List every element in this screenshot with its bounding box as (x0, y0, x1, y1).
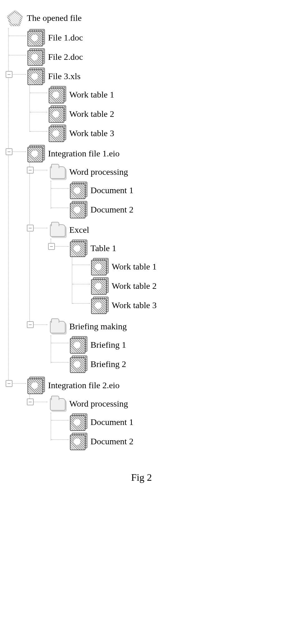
tree-children: Document 1Document 2 (51, 181, 277, 219)
box-icon (27, 377, 45, 394)
tree-node: Briefing 1 (70, 335, 277, 355)
tree-item-label: Document 2 (90, 205, 134, 215)
tree-item[interactable]: Work table 1 (91, 258, 277, 275)
tree-node: −Word processingDocument 1Document 2 (49, 162, 277, 220)
box-icon (27, 29, 45, 46)
root-children: File 1.docFile 2.doc−File 3.xlsWork tabl… (8, 28, 277, 453)
tree-children: Work table 1Work table 2Work table 3 (29, 85, 277, 143)
tree-connector (51, 362, 69, 363)
tree-connector (9, 55, 26, 55)
box-icon (70, 336, 87, 354)
box-icon (91, 277, 109, 295)
box-icon (70, 355, 87, 373)
tree-node: Work table 1 (91, 257, 277, 276)
tree-item[interactable]: Briefing making (49, 318, 277, 335)
tree-item-label: Table 1 (90, 243, 116, 253)
tree-item[interactable]: Work table 3 (91, 297, 277, 314)
tree-item[interactable]: Work table 3 (49, 125, 277, 142)
tree-item[interactable]: Briefing 2 (70, 355, 277, 373)
box-icon (27, 145, 45, 162)
tree-item[interactable]: Document 2 (70, 201, 277, 218)
tree-node: Work table 2 (91, 276, 277, 296)
tree-item[interactable]: Table 1 (70, 240, 277, 257)
expander-button[interactable]: − (27, 321, 34, 328)
tree-item-label: Excel (69, 225, 89, 235)
tree-connector (51, 420, 69, 421)
expander-button[interactable]: − (48, 243, 55, 250)
tree-item[interactable]: Word processing (49, 395, 277, 413)
expander-button[interactable]: − (27, 167, 34, 174)
tree-item-label: Briefing making (69, 322, 127, 332)
box-icon (91, 297, 109, 314)
box-icon (27, 68, 45, 85)
tree-item[interactable]: Word processing (49, 163, 277, 181)
tree-item[interactable]: Integration file 2.eio (27, 377, 277, 394)
tree-node: Work table 3 (49, 124, 277, 143)
tree-node: Document 2 (70, 432, 277, 451)
tree-node: −Table 1Work table 1Work table 2Work tab… (70, 239, 277, 316)
tree-item[interactable]: File 1.doc (27, 29, 277, 46)
expander-button[interactable]: − (27, 398, 34, 405)
tree-item[interactable]: Document 1 (70, 413, 277, 431)
tree-item-label: Work table 1 (69, 90, 114, 100)
tree-item-label: Work table 2 (112, 281, 157, 291)
tree-item-label: Briefing 1 (90, 340, 126, 350)
tree-item-label: Word processing (69, 399, 128, 409)
tree-connector (51, 439, 69, 440)
tree-node: Work table 2 (49, 104, 277, 124)
box-icon (91, 258, 109, 275)
box-icon (27, 48, 45, 66)
tree-children: −Table 1Work table 1Work table 2Work tab… (51, 239, 277, 316)
tree-item[interactable]: Briefing 1 (70, 336, 277, 354)
box-icon (49, 86, 66, 103)
tree-item[interactable]: File 3.xls (27, 68, 277, 85)
tree-item-label: Work table 3 (69, 128, 114, 138)
tree-item[interactable]: Document 1 (70, 182, 277, 199)
tree-node: −Excel−Table 1Work table 1Work table 2Wo… (49, 220, 277, 317)
tree-node: Work table 1 (49, 85, 277, 104)
tree-connector (30, 131, 47, 132)
figure-caption: Fig 2 (6, 472, 277, 483)
tree-node: Document 2 (70, 200, 277, 219)
tree-node: −Briefing makingBriefing 1Briefing 2 (49, 317, 277, 375)
tree-children: Work table 1Work table 2Work table 3 (72, 257, 277, 315)
tree-node: −Word processingDocument 1Document 2 (49, 394, 277, 452)
tree-item[interactable]: Work table 2 (49, 105, 277, 123)
tree-item[interactable]: File 2.doc (27, 48, 277, 66)
tree-item-label: Document 2 (90, 436, 134, 446)
tree-children: −Word processingDocument 1Document 2 (29, 394, 277, 452)
expander-button[interactable]: − (6, 71, 12, 78)
tree-node: Document 1 (70, 413, 277, 432)
box-icon (49, 125, 66, 142)
tree-item[interactable]: Work table 2 (91, 277, 277, 295)
tree-connector (30, 112, 47, 112)
tree-item[interactable]: Excel (49, 221, 277, 239)
tree-root[interactable]: The opened file (6, 9, 277, 27)
tree-item-label: Document 1 (90, 417, 134, 427)
folder-icon (49, 318, 66, 335)
tree-item-label: Work table 2 (69, 109, 114, 119)
file-tree: The opened file File 1.docFile 2.doc−Fil… (6, 9, 277, 453)
tree-node: Document 1 (70, 181, 277, 200)
tree-item-label: Integration file 2.eio (48, 380, 120, 390)
tree-connector (51, 188, 69, 189)
expander-button[interactable]: − (6, 380, 12, 387)
expander-button[interactable]: − (6, 148, 12, 155)
tree-children: Briefing 1Briefing 2 (51, 335, 277, 374)
tree-item[interactable]: Document 2 (70, 433, 277, 450)
tree-item-label: Document 1 (90, 185, 134, 195)
tree-connector (51, 208, 69, 208)
root-icon (6, 9, 24, 27)
tree-node: Work table 3 (91, 296, 277, 315)
expander-button[interactable]: − (27, 225, 34, 231)
tree-node: File 2.doc (27, 47, 277, 67)
folder-icon (49, 221, 66, 239)
tree-children: Document 1Document 2 (51, 413, 277, 451)
tree-node: File 1.doc (27, 28, 277, 47)
tree-item[interactable]: Integration file 1.eio (27, 145, 277, 162)
tree-item[interactable]: Work table 1 (49, 86, 277, 103)
tree-node: Briefing 2 (70, 355, 277, 374)
tree-connector (51, 343, 69, 343)
tree-connector (9, 36, 26, 36)
tree-node: −File 3.xlsWork table 1Work table 2Work … (27, 67, 277, 144)
